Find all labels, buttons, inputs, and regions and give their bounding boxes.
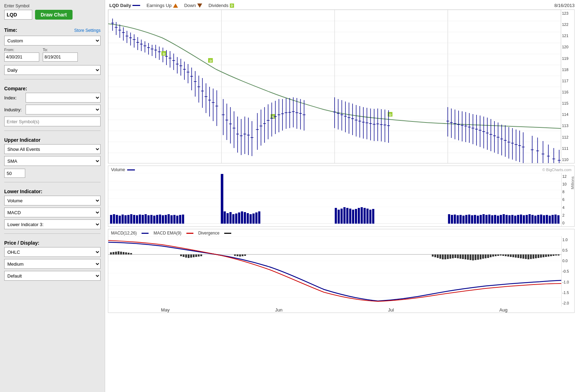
svg-rect-218 (127, 215, 129, 224)
svg-rect-246 (244, 212, 246, 224)
show-all-events-select[interactable]: Show All Events Earnings Dividends None (4, 144, 101, 154)
sma-select[interactable]: SMA EMA Bollinger Bands (4, 156, 101, 166)
symbol-input[interactable] (4, 10, 32, 20)
svg-rect-379 (553, 254, 554, 256)
svg-rect-219 (130, 214, 132, 224)
svg-rect-328 (239, 254, 241, 257)
compare-symbols-input[interactable] (4, 117, 101, 126)
svg-rect-213 (113, 214, 115, 224)
svg-rect-333 (437, 254, 439, 258)
svg-rect-318 (183, 254, 184, 257)
svg-rect-278 (482, 214, 485, 224)
svg-rect-342 (460, 254, 461, 259)
svg-rect-332 (434, 254, 436, 257)
size-select[interactable]: Small Medium Large (4, 259, 101, 269)
svg-rect-351 (482, 254, 484, 259)
svg-rect-336 (444, 254, 446, 259)
draw-chart-button[interactable]: Draw Chart (35, 10, 73, 20)
svg-rect-313 (123, 252, 124, 254)
svg-rect-287 (508, 215, 510, 224)
svg-rect-362 (510, 254, 512, 257)
svg-rect-296 (534, 216, 536, 224)
svg-rect-248 (249, 214, 252, 224)
svg-rect-365 (517, 254, 519, 258)
svg-rect-282 (494, 215, 496, 224)
store-settings-link[interactable]: Store Settings (74, 28, 101, 33)
to-input[interactable] (43, 52, 78, 62)
svg-rect-371 (533, 254, 534, 259)
svg-rect-319 (185, 254, 187, 258)
svg-rect-257 (349, 209, 351, 224)
main-price-chart: D D (108, 9, 575, 163)
upper-indicator-section: Upper Indicator Show All Events Earnings… (4, 135, 101, 178)
svg-rect-300 (546, 215, 548, 224)
ohlc-select[interactable]: OHLC Candlestick Line Mountain (4, 247, 101, 257)
volume-select[interactable]: Volume None (4, 196, 101, 205)
enter-symbol-label: Enter Symbol (4, 4, 101, 8)
svg-rect-308 (110, 252, 112, 254)
index-select[interactable] (26, 93, 101, 103)
svg-text:D: D (389, 113, 392, 117)
legend-earnings-up: Earnings Up (146, 3, 178, 8)
svg-rect-262 (364, 208, 366, 224)
svg-rect-285 (503, 214, 505, 224)
macd-red-line-icon (186, 233, 193, 234)
svg-rect-231 (165, 215, 167, 224)
industry-select[interactable] (26, 105, 101, 114)
macd-select[interactable]: MACD RSI Stochastic (4, 208, 101, 217)
svg-rect-299 (543, 215, 545, 224)
svg-rect-356 (495, 254, 496, 256)
svg-rect-222 (139, 215, 141, 224)
legend-dividends: Dividends D (208, 3, 234, 8)
svg-rect-322 (193, 254, 194, 257)
svg-text:D: D (210, 59, 212, 63)
svg-rect-236 (179, 215, 181, 224)
svg-rect-361 (507, 254, 509, 257)
lower-indicator-section: Lower Indicator: Volume None MACD RSI St… (4, 187, 101, 229)
from-input[interactable] (4, 52, 39, 62)
svg-rect-350 (480, 254, 481, 259)
macd-chart: MACD(12,26) MACD EMA(9) Divergence (108, 229, 575, 313)
svg-rect-366 (520, 254, 522, 258)
svg-rect-338 (450, 254, 451, 259)
volume-line-icon (127, 169, 135, 170)
svg-rect-346 (469, 254, 471, 260)
sma-value-input[interactable] (4, 169, 25, 178)
svg-rect-316 (130, 253, 132, 254)
svg-rect-312 (120, 252, 122, 254)
svg-rect-263 (366, 209, 369, 224)
frequency-select[interactable]: Daily Weekly Monthly (4, 65, 101, 75)
svg-rect-347 (472, 254, 474, 260)
lower-indicator-3-select[interactable]: Lower Indicator 3: None (4, 219, 101, 229)
time-select[interactable]: Custom 1 Month 3 Months 6 Months 1 Year (4, 36, 101, 46)
volume-svg (108, 173, 561, 224)
svg-rect-375 (543, 254, 544, 257)
price-display-label: Price / Display: (4, 240, 101, 246)
svg-rect-301 (549, 216, 551, 224)
svg-rect-286 (506, 215, 508, 224)
svg-rect-354 (490, 254, 492, 257)
upper-indicator-label: Upper Indicator (4, 137, 101, 143)
svg-rect-381 (558, 254, 560, 255)
theme-select[interactable]: Default Classic White (4, 271, 101, 281)
volume-legend: Volume © BigCharts.com (108, 166, 574, 173)
svg-rect-234 (173, 215, 176, 224)
svg-rect-261 (361, 207, 363, 224)
price-display-section: Price / Display: OHLC Candlestick Line M… (4, 238, 101, 281)
svg-rect-256 (346, 208, 348, 224)
svg-rect-358 (500, 254, 501, 255)
svg-rect-276 (477, 216, 479, 224)
svg-rect-265 (372, 209, 374, 224)
svg-rect-369 (527, 254, 529, 259)
macd-svg (108, 236, 561, 307)
svg-rect-324 (198, 254, 200, 257)
macd-legend: MACD(12,26) MACD EMA(9) Divergence (108, 229, 574, 236)
svg-rect-245 (241, 211, 243, 224)
svg-rect-224 (145, 214, 147, 224)
svg-rect-237 (182, 215, 184, 224)
svg-rect-317 (180, 254, 182, 256)
svg-rect-221 (136, 215, 138, 224)
to-label: To: (43, 48, 78, 52)
svg-rect-242 (232, 214, 234, 224)
svg-rect-321 (190, 254, 192, 258)
